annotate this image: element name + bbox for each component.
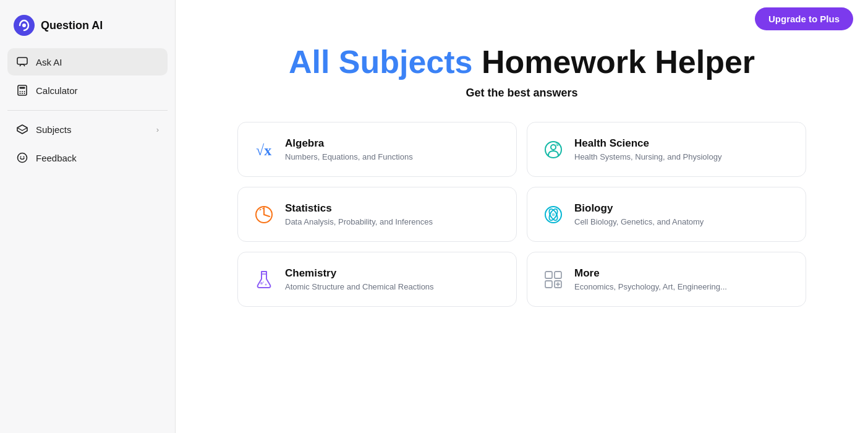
logo-icon [14,15,35,36]
chemistry-name: Chemistry [285,267,434,280]
svg-rect-29 [555,272,561,278]
more-desc: Economics, Psychology, Art, Engineering.… [574,282,727,291]
subject-card-chemistry[interactable]: Chemistry Atomic Structure and Chemical … [237,252,517,307]
svg-rect-2 [17,58,27,64]
svg-point-10 [24,93,25,94]
svg-rect-4 [20,87,25,89]
sidebar: Question AI Ask AI Calculator [0,0,176,433]
svg-point-5 [20,91,21,92]
hero-title-rest: Homework Helper [473,44,755,80]
hero-title: All Subjects Homework Helper [289,43,755,80]
svg-point-12 [20,156,22,158]
sidebar-item-feedback[interactable]: Feedback [7,144,168,171]
health-desc: Health Systems, Nursing, and Physiology [574,152,721,161]
upgrade-button[interactable]: Upgrade to Plus [755,7,853,30]
chemistry-desc: Atomic Structure and Chemical Reactions [285,282,434,291]
svg-point-11 [18,153,27,163]
svg-point-13 [23,156,25,158]
nav-divider [7,110,168,111]
svg-point-6 [22,91,23,92]
chat-icon [16,56,28,68]
biology-icon [542,204,564,226]
more-icon [542,268,564,291]
svg-rect-30 [545,281,552,288]
svg-text:+: + [556,143,559,147]
biology-name: Biology [574,202,704,215]
svg-point-23 [552,213,555,216]
subject-card-biology[interactable]: Biology Cell Biology, Genetics, and Anat… [527,187,806,242]
svg-point-16 [551,145,556,150]
hero-subtitle: Get the best answers [466,87,577,100]
svg-point-27 [263,281,264,283]
feedback-icon [16,152,28,164]
feedback-label: Feedback [36,153,77,163]
subject-card-more[interactable]: More Economics, Psychology, Art, Enginee… [527,252,806,307]
statistics-icon [253,204,275,226]
header: Upgrade to Plus [351,0,868,37]
subjects-icon [16,123,28,135]
svg-rect-28 [545,272,552,278]
statistics-name: Statistics [285,202,433,215]
main-content: All Subjects Homework Helper Get the bes… [176,0,868,433]
subject-card-health-science[interactable]: + Health Science Health Systems, Nursing… [527,122,806,177]
subject-card-algebra[interactable]: √x Algebra Numbers, Equations, and Funct… [237,122,517,177]
subjects-grid: √x Algebra Numbers, Equations, and Funct… [237,122,806,307]
more-name: More [574,267,727,280]
chemistry-icon [253,268,275,291]
svg-point-8 [20,93,21,94]
calculator-icon [16,84,28,96]
health-icon: + [542,139,564,161]
subjects-arrow-icon: › [156,125,159,134]
hero-title-highlight: All Subjects [289,44,473,80]
sidebar-item-calculator[interactable]: Calculator [7,77,168,104]
health-name: Health Science [574,137,721,150]
calculator-label: Calculator [36,85,78,96]
svg-point-25 [260,282,263,285]
algebra-desc: Numbers, Equations, and Functions [285,152,413,161]
sidebar-item-ask-ai[interactable]: Ask AI [7,48,168,75]
logo-area: Question AI [7,10,168,48]
svg-point-7 [24,91,25,92]
subjects-label: Subjects [36,124,72,135]
ask-ai-label: Ask AI [36,57,62,67]
subject-card-statistics[interactable]: Statistics Data Analysis, Probability, a… [237,187,517,242]
svg-text:√x: √x [256,142,271,158]
svg-point-26 [265,284,267,286]
algebra-icon: √x [253,139,275,161]
app-name: Question AI [41,19,103,32]
sidebar-item-subjects[interactable]: Subjects › [7,116,168,143]
statistics-desc: Data Analysis, Probability, and Inferenc… [285,217,433,226]
svg-point-1 [22,24,26,27]
biology-desc: Cell Biology, Genetics, and Anatomy [574,217,704,226]
svg-point-9 [22,93,23,94]
algebra-name: Algebra [285,137,413,150]
